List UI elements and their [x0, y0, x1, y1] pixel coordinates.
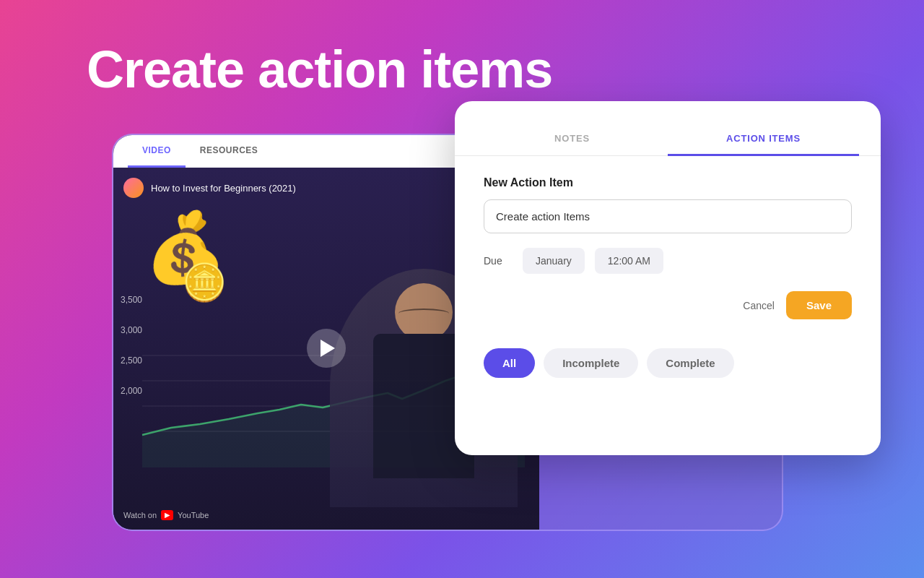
avatar [123, 178, 144, 198]
tab-resources[interactable]: RESOURCES [186, 135, 273, 168]
chart-label-3500: 3,500 [121, 295, 142, 305]
youtube-watermark: Watch on ▶ YouTube [123, 510, 209, 520]
chart-label-3000: 3,000 [121, 325, 142, 335]
card-body: New Action Item Due January 12:00 AM Can… [455, 156, 881, 398]
coin-stack-illustration: 🪙 [182, 262, 227, 303]
action-item-input[interactable] [484, 199, 852, 233]
filter-row: All Incomplete Complete [484, 348, 852, 378]
due-month-selector[interactable]: January [523, 248, 585, 274]
tab-video[interactable]: VIDEO [128, 135, 186, 168]
due-label: Due [484, 255, 513, 267]
filter-incomplete-button[interactable]: Incomplete [544, 348, 638, 378]
tab-notes[interactable]: NOTES [476, 123, 668, 156]
action-buttons: Cancel Save [484, 291, 852, 319]
cancel-button[interactable]: Cancel [743, 300, 775, 311]
due-row: Due January 12:00 AM [484, 248, 852, 274]
page-title: Create action items [87, 40, 552, 99]
youtube-label: YouTube [178, 511, 209, 519]
card-tabs: NOTES ACTION ITEMS [455, 123, 881, 156]
action-items-card: NOTES ACTION ITEMS New Action Item Due J… [455, 101, 881, 455]
tab-action-items[interactable]: ACTION ITEMS [668, 123, 859, 156]
filter-all-button[interactable]: All [484, 348, 535, 378]
video-title: How to Invest for Beginners (2021) [151, 183, 296, 194]
play-icon [321, 340, 335, 357]
filter-complete-button[interactable]: Complete [647, 348, 733, 378]
new-action-item-label: New Action Item [484, 176, 852, 189]
play-button[interactable] [307, 329, 346, 368]
save-button[interactable]: Save [786, 291, 852, 319]
due-time-selector[interactable]: 12:00 AM [595, 248, 663, 274]
youtube-logo: ▶ [161, 510, 173, 520]
watch-on-label: Watch on [123, 511, 157, 519]
